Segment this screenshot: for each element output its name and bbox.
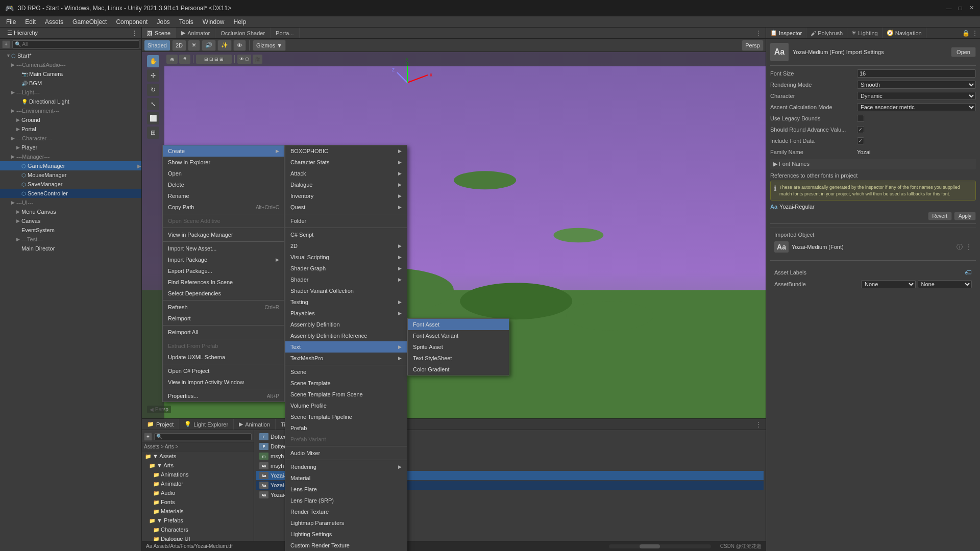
hierarchy-dir-light[interactable]: 💡 Directional Light xyxy=(0,97,141,106)
animator-tab[interactable]: ▶ Animator xyxy=(176,28,215,38)
ctx-shader-variant[interactable]: Shader Variant Collection xyxy=(285,285,407,296)
project-tab[interactable]: 📁 Project xyxy=(142,419,179,430)
ctx-find-refs[interactable]: Find References In Scene xyxy=(163,277,284,288)
scene-hidden-btn[interactable]: 👁 xyxy=(233,40,246,51)
occlusion-tab[interactable]: Occlusion Shader xyxy=(215,28,271,38)
apply-btn[interactable]: Apply xyxy=(954,212,976,220)
inspector-options-btn[interactable]: ⋮ xyxy=(972,30,978,37)
ctx-shader-graph[interactable]: Shader Graph ▶ xyxy=(285,263,407,274)
menu-tools[interactable]: Tools xyxy=(175,17,198,27)
lighting-tab[interactable]: ☀ Lighting xyxy=(847,28,883,38)
display-mode-btn[interactable]: 👁⬡ xyxy=(237,55,251,64)
menu-assets[interactable]: Assets xyxy=(41,17,67,27)
ctx-lightmap-params[interactable]: Lightmap Parameters xyxy=(285,517,407,529)
scene-lighting-btn[interactable]: ☀ xyxy=(188,40,200,51)
ctx-view-import-activity[interactable]: View in Import Activity Window xyxy=(163,377,284,388)
ctx-select-deps[interactable]: Select Dependencies xyxy=(163,288,284,299)
rotate-tool[interactable]: ↻ xyxy=(147,84,159,96)
imported-more-btn[interactable]: ⋮ xyxy=(966,243,972,251)
hierarchy-mouse-manager[interactable]: ⬡ MouseManager xyxy=(0,170,141,180)
project-audio[interactable]: 📁 Audio xyxy=(142,488,254,497)
ctx-scene[interactable]: Scene xyxy=(285,366,407,378)
hierarchy-search[interactable] xyxy=(12,40,139,48)
project-options-btn[interactable]: ⋮ xyxy=(751,421,766,428)
ctx-create[interactable]: Create ▶ xyxy=(163,145,284,157)
font-names-section[interactable]: ▶ Font Names xyxy=(770,159,976,169)
ctx-attack[interactable]: Attack ▶ xyxy=(285,168,407,179)
should-round-checkbox[interactable]: ✓ xyxy=(857,126,864,133)
hierarchy-start[interactable]: ▼ ⬡ Start* xyxy=(0,51,141,60)
font-size-input[interactable] xyxy=(857,69,976,78)
include-font-checkbox[interactable]: ✓ xyxy=(857,137,864,144)
polybrush-tab[interactable]: 🖌 Polybrush xyxy=(806,28,847,38)
camera-type-btn[interactable]: 🎥 xyxy=(253,55,262,64)
menu-help[interactable]: Help xyxy=(230,17,251,27)
asset-bundle-variant-select[interactable]: None xyxy=(918,280,972,288)
ctx-dialogue[interactable]: Dialogue ▶ xyxy=(285,179,407,190)
ctx-update-uxml[interactable]: Update UXML Schema xyxy=(163,352,284,363)
hierarchy-tab[interactable]: ☰ Hierarchy xyxy=(3,29,42,37)
ctx-scene-template-from-scene[interactable]: Scene Template From Scene xyxy=(285,389,407,400)
scale-tool[interactable]: ⤡ xyxy=(147,98,159,110)
ctx-folder[interactable]: Folder xyxy=(285,215,407,227)
ctx-character-stats[interactable]: Character Stats ▶ xyxy=(285,157,407,168)
transform-tool[interactable]: ⊞ xyxy=(147,127,159,139)
close-btn[interactable]: ✕ xyxy=(968,5,975,12)
menu-window[interactable]: Window xyxy=(199,17,229,27)
ctx-2d[interactable]: 2D ▶ xyxy=(285,240,407,252)
animation-tab[interactable]: ▶ Animation xyxy=(234,419,276,430)
rendering-mode-select[interactable]: Smooth xyxy=(857,81,976,89)
ctx-lens-flare-srp[interactable]: Lens Flare (SRP) xyxy=(285,495,407,506)
add-asset-btn[interactable]: + xyxy=(144,433,152,441)
ctx-csharp[interactable]: C# Script xyxy=(285,229,407,240)
ctx-assembly-def[interactable]: Assembly Definition xyxy=(285,319,407,330)
ctx-color-gradient[interactable]: Color Gradient xyxy=(408,364,509,375)
ctx-render-texture[interactable]: Render Texture xyxy=(285,506,407,517)
ctx-volume-profile[interactable]: Volume Profile xyxy=(285,400,407,411)
ctx-font-asset-variant[interactable]: Font Asset Variant xyxy=(408,330,509,341)
minimize-btn[interactable]: — xyxy=(945,5,952,12)
ctx-import-package[interactable]: Import Package ▶ xyxy=(163,254,284,265)
inspector-tab[interactable]: 📋 Inspector xyxy=(766,28,806,38)
menu-component[interactable]: Component xyxy=(112,17,152,27)
scene-audio-btn[interactable]: 🔊 xyxy=(202,40,216,51)
persp-btn[interactable]: Persp xyxy=(742,40,764,51)
character-select[interactable]: Dynamic xyxy=(857,92,976,100)
ctx-custom-render[interactable]: Custom Render Texture xyxy=(285,540,407,551)
hierarchy-manager-group[interactable]: ▶ ---Manager--- xyxy=(0,152,141,161)
project-dialogue-ui[interactable]: 📁 Dialogue UI xyxy=(142,534,254,541)
hierarchy-main-director[interactable]: Main Director xyxy=(0,244,141,253)
ctx-audio-mixer[interactable]: Audio Mixer xyxy=(285,447,407,459)
hierarchy-menu-canvas[interactable]: ▶ Menu Canvas xyxy=(0,207,141,216)
rect-tool[interactable]: ⬜ xyxy=(147,112,159,124)
ctx-open[interactable]: Open xyxy=(163,168,284,179)
scene-fx-btn[interactable]: ✨ xyxy=(217,40,232,51)
menu-jobs[interactable]: Jobs xyxy=(153,17,174,27)
scene-tab[interactable]: 🖼 Scene xyxy=(142,28,176,38)
ctx-text-stylesheet[interactable]: Text StyleSheet xyxy=(408,353,509,364)
project-arts[interactable]: 📁 ▼ Arts xyxy=(142,461,254,470)
ctx-sprite-asset[interactable]: Sprite Asset xyxy=(408,341,509,353)
ctx-inventory[interactable]: Inventory ▶ xyxy=(285,190,407,202)
menu-edit[interactable]: Edit xyxy=(21,17,40,27)
hierarchy-canvas[interactable]: ▶ Canvas xyxy=(0,216,141,226)
ctx-lighting-settings[interactable]: Lighting Settings xyxy=(285,529,407,540)
hierarchy-ui-group[interactable]: ▶ ---UI--- xyxy=(0,198,141,207)
project-animations[interactable]: 📁 Animations xyxy=(142,470,254,479)
asset-search[interactable] xyxy=(154,433,252,440)
ctx-scene-template[interactable]: Scene Template xyxy=(285,378,407,389)
ctx-prefab[interactable]: Prefab xyxy=(285,422,407,434)
hierarchy-player[interactable]: ▶ Player xyxy=(0,143,141,152)
draw-mode-btn[interactable]: Shaded xyxy=(144,40,170,51)
hierarchy-event-system[interactable]: EventSystem xyxy=(0,226,141,235)
ctx-testing[interactable]: Testing ▶ xyxy=(285,296,407,308)
ctx-open-csharp[interactable]: Open C# Project xyxy=(163,365,284,377)
hierarchy-scene-controller[interactable]: ⬡ SceneController xyxy=(0,189,141,198)
hierarchy-test-group[interactable]: ▶ ---Test--- xyxy=(0,235,141,244)
hierarchy-char-group[interactable]: ▶ ---Character--- xyxy=(0,134,141,143)
ctx-shader[interactable]: Shader ▶ xyxy=(285,274,407,285)
center-btn[interactable]: ⊕ xyxy=(166,55,178,64)
hierarchy-env-group[interactable]: ▶ ---Environment--- xyxy=(0,106,141,115)
snap-btn[interactable]: ⊞⊡⊟⊞ xyxy=(196,55,232,64)
maximize-btn[interactable]: □ xyxy=(957,5,964,12)
